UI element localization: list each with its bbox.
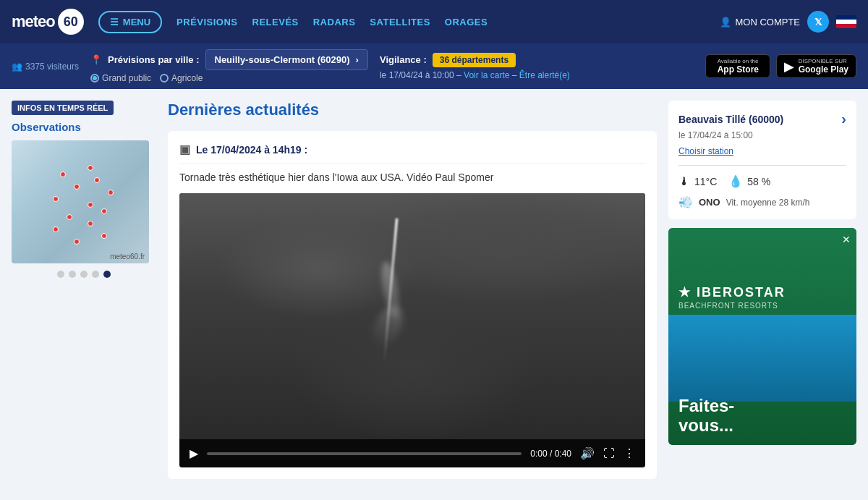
vigilance-area: Vigilance : 36 départements le 17/04/24 … <box>380 53 570 80</box>
ad-close-button[interactable]: ✕ <box>842 234 851 245</box>
map-dot <box>108 190 114 195</box>
observations-link[interactable]: Observations <box>12 121 156 133</box>
map-dot <box>74 184 80 190</box>
map-dot <box>53 226 59 232</box>
header-right: 👤 MON COMPTE 𝕏 <box>720 11 856 33</box>
map-dots <box>12 140 149 263</box>
main-nav: PRÉVISIONS RELEVÉS RADARS SATELLITES ORA… <box>176 16 488 27</box>
nav-orages[interactable]: ORAGES <box>445 17 488 27</box>
googleplay-small: DISPONIBLE SUR <box>799 58 848 64</box>
humidity-metric: 💧 58 % <box>728 174 770 188</box>
video-meta-icon: ▣ <box>179 143 190 156</box>
googleplay-big: Google Play <box>799 64 848 75</box>
video-controls: ▶ 0:00 / 0:40 🔊 ⛶ ⋮ <box>179 439 645 467</box>
carousel-dot-3[interactable] <box>80 271 88 278</box>
map-dot <box>88 202 93 208</box>
vigilance-map-link[interactable]: Voir la carte <box>464 70 509 80</box>
wind-row: 💨 ONO Vit. moyenne 28 km/h <box>678 195 846 209</box>
wind-speed: Vit. moyenne 28 km/h <box>726 198 810 208</box>
radio-agricole[interactable]: Agricole <box>160 73 203 83</box>
vigilance-badge: 36 départements <box>433 53 516 67</box>
mon-compte-label: MON COMPTE <box>735 17 800 27</box>
vigilance-label: Vigilance : <box>380 54 427 65</box>
map-container: meteo60.fr <box>12 140 149 263</box>
station-chevron-icon[interactable]: › <box>841 111 846 127</box>
language-flag[interactable] <box>836 15 856 28</box>
visitors-icon: 👥 <box>12 62 22 72</box>
map-dot <box>101 233 107 239</box>
temperature-metric: 🌡 11°C <box>678 174 717 188</box>
nav-previsions[interactable]: PRÉVISIONS <box>176 17 237 27</box>
nav-releves[interactable]: RELEVÉS <box>252 17 299 27</box>
carousel-dots <box>12 271 156 278</box>
vigilance-alert-link[interactable]: Être alerté(e) <box>519 70 570 80</box>
vigilance-separator: – <box>456 70 464 80</box>
radio-group: Grand public Agricole <box>90 73 368 83</box>
map-dot <box>88 221 93 226</box>
googleplay-text: DISPONIBLE SUR Google Play <box>799 58 848 75</box>
fullscreen-button[interactable]: ⛶ <box>603 447 615 460</box>
time-display: 0:00 / 0:40 <box>530 449 571 459</box>
twitter-button[interactable]: 𝕏 <box>807 11 829 33</box>
carousel-dot-4[interactable] <box>92 271 99 278</box>
station-name-row: Beauvais Tillé (60000) › <box>678 111 846 127</box>
play-button[interactable]: ▶ <box>190 446 198 460</box>
appstore-big: App Store <box>718 64 759 75</box>
sub-header: 👥 3375 visiteurs 📍 Prévisions par ville … <box>0 43 868 89</box>
temperature-icon: 🌡 <box>678 175 690 188</box>
ad-container[interactable]: ✕ ★ IBEROSTAR BEACHFRONT RESORTS Faites-… <box>668 228 856 445</box>
temperature-value: 11°C <box>694 176 717 187</box>
ad-logo: ★ IBEROSTAR <box>678 284 786 300</box>
progress-bar[interactable] <box>207 452 522 455</box>
article-meta: ▣ Le 17/04/2024 à 14h19 : <box>179 143 645 164</box>
map-dot <box>88 165 93 171</box>
nav-radars[interactable]: RADARS <box>313 17 356 27</box>
city-value: Neuilly-sous-Clermont (60290) <box>215 54 350 65</box>
nav-list: PRÉVISIONS RELEVÉS RADARS SATELLITES ORA… <box>176 16 488 27</box>
carousel-dot-2[interactable] <box>69 271 76 278</box>
ad-subtext: BEACHFRONT RESORTS <box>678 302 786 310</box>
choose-station-link[interactable]: Choisir station <box>678 146 846 156</box>
station-name-text: Beauvais Tillé (60000) <box>678 114 783 125</box>
volume-button[interactable]: 🔊 <box>580 446 595 460</box>
person-icon: 👤 <box>720 17 731 27</box>
map-dot <box>60 171 66 177</box>
mon-compte-link[interactable]: 👤 MON COMPTE <box>720 17 800 27</box>
carousel-dot-5-active[interactable] <box>103 271 111 278</box>
map-dot <box>74 239 80 245</box>
map-label: meteo60.fr <box>110 253 145 260</box>
appstore-small: Available on the <box>718 58 759 64</box>
logo-number: 60 <box>58 9 84 35</box>
radio-dot-active <box>90 74 99 82</box>
chevron-right-icon: › <box>356 54 359 65</box>
map-dot <box>53 196 59 202</box>
more-options-button[interactable]: ⋮ <box>624 446 635 460</box>
wind-icon: 💨 <box>678 195 693 209</box>
city-selector[interactable]: Neuilly-sous-Clermont (60290) › <box>205 49 368 70</box>
right-sidebar: Beauvais Tillé (60000) › le 17/04/24 à 1… <box>668 101 856 479</box>
infos-badge: INFOS EN TEMPS RÉEL <box>12 101 114 115</box>
menu-icon: ☰ <box>110 17 119 27</box>
radio-label-public: Grand public <box>102 73 151 83</box>
radio-grand-public[interactable]: Grand public <box>90 73 151 83</box>
article-date: Le 17/04/2024 à 14h19 : <box>196 144 307 156</box>
map-dot <box>67 214 72 220</box>
carousel-dot-1[interactable] <box>57 271 64 278</box>
tornado-background <box>179 193 645 439</box>
appstore-button[interactable]: Available on the App Store <box>705 54 770 78</box>
nav-satellites[interactable]: SATELLITES <box>370 17 430 27</box>
main-wrapper: INFOS EN TEMPS RÉEL Observations <box>0 89 868 491</box>
appstore-row: Available on the App Store <box>713 58 759 75</box>
previsions-section: 📍 Prévisions par ville : Neuilly-sous-Cl… <box>90 49 368 83</box>
ad-cta: Faites- vous... <box>678 397 786 435</box>
video-container[interactable]: ▶ 0:00 / 0:40 🔊 ⛶ ⋮ <box>179 193 645 467</box>
menu-button[interactable]: ☰ MENU <box>98 11 162 33</box>
content-area: Dernières actualités ▣ Le 17/04/2024 à 1… <box>168 101 657 479</box>
vigilance-dash: – <box>512 70 519 80</box>
logo-text: meteo <box>12 12 55 31</box>
googleplay-button[interactable]: ▶ DISPONIBLE SUR Google Play <box>776 54 856 78</box>
ad-text-overlay: ★ IBEROSTAR BEACHFRONT RESORTS Faites- v… <box>668 274 796 445</box>
left-sidebar: INFOS EN TEMPS RÉEL Observations <box>12 101 156 479</box>
visitors-text: 3375 visiteurs <box>25 62 79 72</box>
logo[interactable]: meteo 60 <box>12 9 84 35</box>
